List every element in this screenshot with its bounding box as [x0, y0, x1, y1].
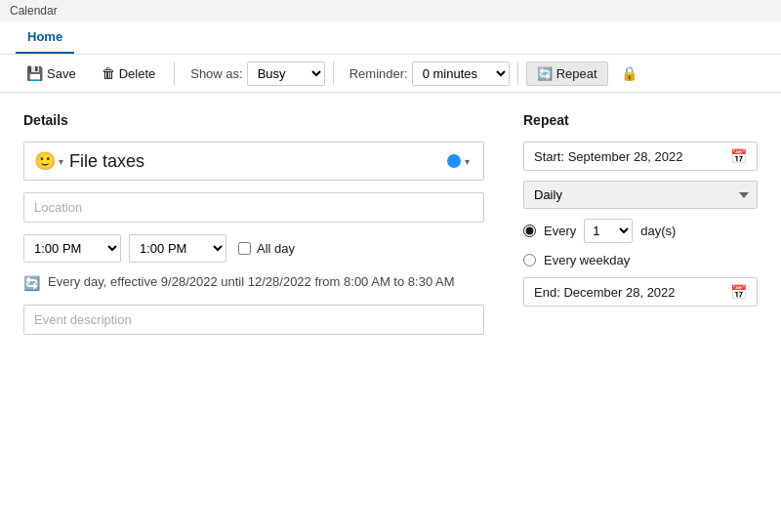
- toolbar-separator-3: [517, 61, 518, 85]
- event-title-row: 🙂 ▾ ▾: [23, 142, 484, 181]
- emoji-button[interactable]: 🙂 ▾: [34, 150, 63, 172]
- main-content: Details 🙂 ▾ ▾ 1:00 PM 1:00 PM: [0, 93, 781, 532]
- color-dot: [447, 154, 461, 168]
- every-n-select[interactable]: 1 2 3 4 5 6 7: [584, 219, 633, 243]
- end-calendar-button[interactable]: 📅: [730, 284, 747, 300]
- toolbar-separator-1: [174, 61, 175, 85]
- repeat-panel: Repeat Start: September 28, 2022 📅 Daily…: [523, 112, 758, 527]
- start-date-row: Start: September 28, 2022 📅: [523, 142, 758, 171]
- days-label: day(s): [640, 224, 676, 238]
- show-as-label: Show as:: [190, 66, 242, 81]
- emoji-icon: 🙂: [34, 150, 56, 172]
- repeat-section-title: Repeat: [523, 112, 758, 128]
- allday-row: All day: [238, 241, 295, 256]
- details-section-title: Details: [23, 112, 484, 128]
- emoji-chevron-icon: ▾: [59, 156, 63, 167]
- time-row: 1:00 PM 1:00 PM All day: [23, 234, 484, 263]
- color-dot-button[interactable]: ▾: [443, 152, 473, 170]
- color-chevron-icon: ▾: [465, 156, 470, 167]
- every-label[interactable]: Every: [544, 224, 576, 238]
- toolbar-separator-2: [333, 61, 334, 85]
- event-title-input[interactable]: [69, 151, 437, 172]
- delete-icon: 🗑: [102, 65, 115, 81]
- every-n-radio[interactable]: [523, 225, 536, 237]
- allday-label[interactable]: All day: [257, 241, 295, 256]
- reminder-label: Reminder:: [349, 66, 408, 81]
- every-weekday-label[interactable]: Every weekday: [544, 253, 630, 267]
- end-date-row: End: December 28, 2022 📅: [523, 277, 758, 307]
- location-input[interactable]: [23, 192, 484, 223]
- title-bar: Calendar: [0, 0, 781, 21]
- description-input[interactable]: [23, 305, 484, 335]
- tab-bar: Home: [0, 21, 781, 55]
- save-button[interactable]: 💾 Save: [16, 61, 87, 86]
- end-date-text: End: December 28, 2022: [534, 285, 676, 300]
- details-panel: Details 🙂 ▾ ▾ 1:00 PM 1:00 PM: [23, 112, 484, 527]
- lock-button[interactable]: 🔒: [612, 61, 646, 86]
- delete-button[interactable]: 🗑 Delete: [91, 61, 167, 86]
- every-weekday-row: Every weekday: [523, 253, 758, 267]
- start-calendar-button[interactable]: 📅: [730, 148, 747, 164]
- save-icon: 💾: [26, 65, 43, 81]
- repeat-sync-icon: 🔄: [537, 66, 553, 81]
- recurrence-icon: 🔄: [23, 275, 40, 291]
- every-n-days-row: Every 1 2 3 4 5 6 7 day(s): [523, 219, 758, 243]
- every-weekday-radio[interactable]: [523, 254, 536, 266]
- recurrence-info: 🔄 Every day, effective 9/28/2022 until 1…: [23, 274, 484, 291]
- repeat-button[interactable]: 🔄 Repeat: [526, 61, 608, 86]
- tab-home[interactable]: Home: [16, 21, 74, 54]
- reminder-select[interactable]: 0 minutes: [412, 61, 510, 86]
- start-date-text: Start: September 28, 2022: [534, 149, 683, 164]
- show-as-select[interactable]: Busy: [247, 61, 325, 86]
- app-title: Calendar: [10, 4, 58, 18]
- recurrence-text: Every day, effective 9/28/2022 until 12/…: [48, 274, 455, 289]
- allday-checkbox[interactable]: [238, 242, 251, 255]
- frequency-select[interactable]: Daily Weekly Monthly Yearly: [523, 181, 758, 209]
- toolbar: 💾 Save 🗑 Delete Show as: Busy Reminder: …: [0, 55, 781, 93]
- calendar-icon: 📅: [730, 148, 747, 164]
- end-time-select[interactable]: 1:00 PM: [129, 234, 226, 263]
- start-time-select[interactable]: 1:00 PM: [23, 234, 121, 263]
- end-calendar-icon: 📅: [730, 284, 747, 300]
- lock-icon: 🔒: [621, 65, 637, 81]
